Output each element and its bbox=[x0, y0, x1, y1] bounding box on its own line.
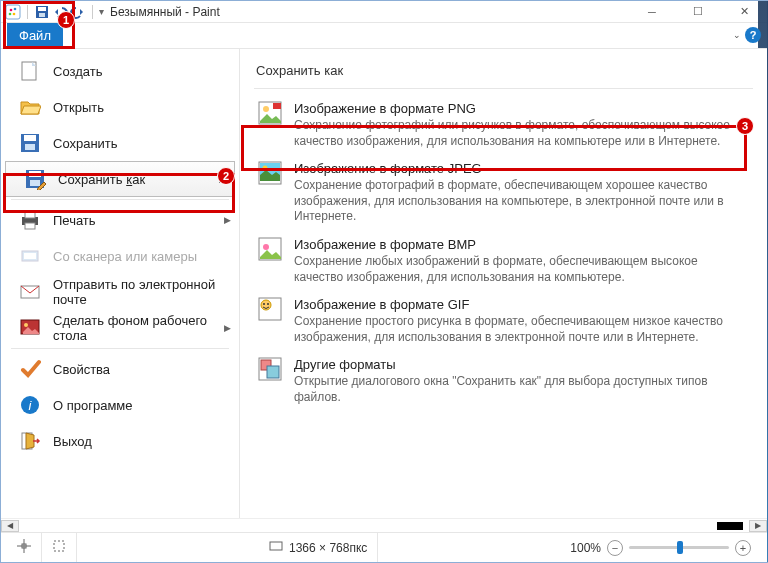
svg-point-36 bbox=[263, 303, 265, 305]
menu-exit-label: Выход bbox=[53, 434, 92, 449]
file-menu: Создать Открыть Сохранить Сохранить как bbox=[1, 49, 767, 532]
svg-rect-7 bbox=[39, 13, 45, 17]
format-png[interactable]: Изображение в формате PNG Сохранение фот… bbox=[254, 95, 753, 155]
svg-point-3 bbox=[13, 12, 16, 15]
gif-icon bbox=[258, 297, 282, 321]
zoom-cell: 100% − + bbox=[560, 533, 761, 562]
selection-icon bbox=[52, 539, 66, 556]
svg-point-33 bbox=[263, 244, 269, 250]
horizontal-scrollbar-area: ◀ ▶ bbox=[1, 518, 767, 532]
menu-exit[interactable]: Выход bbox=[1, 423, 239, 459]
menu-about[interactable]: i О программе bbox=[1, 387, 239, 423]
menu-send-email[interactable]: Отправить по электронной почте bbox=[1, 274, 239, 310]
format-gif-desc: Сохранение простого рисунка в формате, о… bbox=[294, 314, 749, 345]
help-icon[interactable]: ? bbox=[745, 27, 761, 43]
scroll-right-icon[interactable]: ▶ bbox=[749, 520, 767, 532]
wallpaper-icon bbox=[19, 317, 41, 339]
svg-point-1 bbox=[10, 8, 13, 11]
printer-icon bbox=[19, 209, 41, 231]
menu-separator bbox=[11, 348, 229, 349]
scanner-icon bbox=[19, 245, 41, 267]
format-bmp[interactable]: Изображение в формате BMP Сохранение люб… bbox=[254, 231, 753, 291]
maximize-button[interactable]: ☐ bbox=[675, 1, 721, 23]
svg-point-2 bbox=[14, 7, 17, 10]
menu-set-wallpaper[interactable]: Сделать фоном рабочего стола ▶ bbox=[1, 310, 239, 346]
qat-customize-icon[interactable]: ▾ bbox=[99, 6, 104, 17]
format-jpeg-title: Изображение в формате JPEG bbox=[294, 161, 749, 176]
format-gif[interactable]: Изображение в формате GIF Сохранение про… bbox=[254, 291, 753, 351]
menu-open-label: Открыть bbox=[53, 100, 104, 115]
svg-point-22 bbox=[24, 323, 28, 327]
menu-save-as[interactable]: Сохранить как ▶ bbox=[5, 161, 235, 197]
zoom-slider[interactable] bbox=[629, 546, 729, 549]
menu-save-label: Сохранить bbox=[53, 136, 118, 151]
svg-rect-43 bbox=[270, 542, 282, 550]
other-formats-icon bbox=[258, 357, 282, 381]
svg-rect-16 bbox=[25, 212, 35, 218]
menu-separator bbox=[11, 199, 229, 200]
file-tab[interactable]: Файл bbox=[7, 23, 63, 48]
svg-rect-14 bbox=[30, 180, 40, 186]
format-other[interactable]: Другие форматы Открытие диалогового окна… bbox=[254, 351, 753, 411]
svg-rect-28 bbox=[273, 103, 281, 109]
submenu-arrow-icon: ▶ bbox=[224, 323, 231, 333]
crosshair-icon bbox=[17, 539, 31, 556]
svg-rect-0 bbox=[6, 5, 20, 19]
annotation-badge-2: 2 bbox=[217, 167, 235, 185]
format-gif-title: Изображение в формате GIF bbox=[294, 297, 749, 312]
svg-rect-17 bbox=[25, 223, 35, 229]
svg-rect-13 bbox=[29, 171, 41, 177]
canvas-size-text: 1366 × 768пкс bbox=[289, 541, 367, 555]
minimize-button[interactable]: ─ bbox=[629, 1, 675, 23]
format-jpeg[interactable]: Изображение в формате JPEG Сохранение фо… bbox=[254, 155, 753, 231]
save-as-submenu: Сохранить как Изображение в формате PNG … bbox=[239, 49, 767, 531]
cursor-pos-cell bbox=[7, 533, 42, 562]
png-icon bbox=[258, 101, 282, 125]
menu-properties[interactable]: Свойства bbox=[1, 351, 239, 387]
floppy-icon bbox=[19, 132, 41, 154]
svg-point-4 bbox=[9, 12, 12, 15]
save-icon[interactable] bbox=[34, 4, 50, 20]
file-tab-label: Файл bbox=[19, 28, 51, 43]
exit-icon bbox=[19, 430, 41, 452]
window-title: Безымянный - Paint bbox=[110, 5, 220, 19]
menu-create[interactable]: Создать bbox=[1, 53, 239, 89]
svg-point-27 bbox=[263, 106, 269, 112]
format-other-desc: Открытие диалогового окна "Сохранить как… bbox=[294, 374, 749, 405]
scroll-left-icon[interactable]: ◀ bbox=[1, 520, 19, 532]
ribbon-tabstrip: Файл ⌄ ? bbox=[1, 23, 767, 49]
svg-rect-40 bbox=[267, 366, 279, 378]
menu-print[interactable]: Печать ▶ bbox=[1, 202, 239, 238]
paint-logo-icon bbox=[5, 4, 21, 20]
format-png-desc: Сохранение фотографий или рисунков в фор… bbox=[294, 118, 749, 149]
jpeg-icon bbox=[258, 161, 282, 185]
submenu-arrow-icon: ▶ bbox=[224, 215, 231, 225]
svg-rect-10 bbox=[24, 135, 36, 141]
ribbon-help-area: ⌄ ? bbox=[733, 27, 761, 43]
save-as-title: Сохранить как bbox=[254, 59, 753, 89]
menu-properties-label: Свойства bbox=[53, 362, 110, 377]
zoom-in-button[interactable]: + bbox=[735, 540, 751, 556]
annotation-badge-1: 1 bbox=[57, 11, 75, 29]
menu-print-label: Печать bbox=[53, 213, 96, 228]
format-other-title: Другие форматы bbox=[294, 357, 749, 372]
format-bmp-title: Изображение в формате BMP bbox=[294, 237, 749, 252]
menu-from-scanner: Со сканера или камеры bbox=[1, 238, 239, 274]
quick-access-toolbar: ▾ bbox=[5, 4, 104, 20]
svg-rect-6 bbox=[38, 7, 46, 11]
zoom-out-button[interactable]: − bbox=[607, 540, 623, 556]
svg-rect-19 bbox=[24, 253, 36, 259]
info-icon: i bbox=[19, 394, 41, 416]
close-button[interactable]: ✕ bbox=[721, 1, 767, 23]
ribbon-minimize-icon[interactable]: ⌄ bbox=[733, 30, 741, 40]
menu-open[interactable]: Открыть bbox=[1, 89, 239, 125]
selection-size-cell bbox=[42, 533, 77, 562]
window-controls: ─ ☐ ✕ bbox=[629, 1, 767, 23]
format-jpeg-desc: Сохранение фотографий в формате, обеспеч… bbox=[294, 178, 749, 225]
canvas-size-cell: 1366 × 768пкс bbox=[259, 533, 378, 562]
menu-save[interactable]: Сохранить bbox=[1, 125, 239, 161]
format-bmp-desc: Сохранение любых изображений в формате, … bbox=[294, 254, 749, 285]
svg-point-37 bbox=[267, 303, 269, 305]
svg-rect-42 bbox=[54, 541, 64, 551]
paint-window: ▾ Безымянный - Paint ─ ☐ ✕ Файл ⌄ ? Созд… bbox=[0, 0, 768, 563]
